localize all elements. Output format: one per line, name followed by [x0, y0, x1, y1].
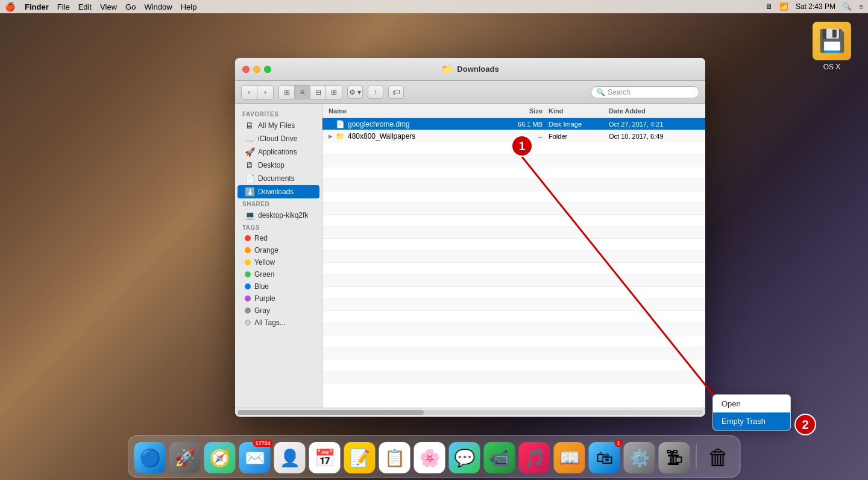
sidebar-tag-purple[interactable]: Purple — [237, 292, 319, 305]
dock-finder[interactable]: 🔵 — [134, 442, 166, 473]
purple-tag-dot — [245, 295, 251, 302]
empty-row — [322, 203, 705, 215]
column-view-button[interactable]: ⊟ — [310, 86, 326, 99]
dock-books[interactable]: 📖 — [554, 442, 585, 473]
ctx-open[interactable]: Open — [713, 395, 790, 412]
safari-dock-icon: 🧭 — [209, 448, 230, 468]
sidebar-item-label: iCloud Drive — [258, 134, 297, 143]
file-name: googlechrome.dmg — [348, 120, 494, 128]
empty-row — [322, 215, 705, 227]
dock-notes[interactable]: 📝 — [344, 442, 376, 473]
icloud-icon: ☁️ — [245, 134, 254, 144]
scrollbar-thumb[interactable] — [237, 410, 424, 415]
sidebar-tag-orange[interactable]: Orange — [237, 244, 319, 256]
share-button[interactable]: ↑ — [368, 86, 383, 99]
forward-button[interactable]: › — [257, 86, 273, 99]
dock-mail[interactable]: ✉️ 17724 — [239, 442, 271, 473]
empty-row — [322, 191, 705, 203]
finder-toolbar: ‹ › ⊞ ≡ ⊟ ⊞ ⚙ ▾ ↑ 🏷 🔍 Search — [235, 81, 705, 104]
sidebar-tag-green[interactable]: Green — [237, 268, 319, 280]
sidebar-item-icloud-drive[interactable]: ☁️ iCloud Drive — [237, 132, 319, 145]
file-kind: Disk Image — [542, 121, 603, 128]
dock-launchpad[interactable]: 🚀 — [169, 442, 201, 473]
col-name-header[interactable]: Name — [329, 107, 494, 115]
icon-view-button[interactable]: ⊞ — [279, 86, 295, 99]
col-kind-header[interactable]: Kind — [542, 107, 603, 115]
expand-arrow[interactable]: ▶ — [329, 133, 336, 139]
dock-trash[interactable]: 🗑 — [703, 442, 734, 473]
sidebar-tag-yellow[interactable]: Yellow — [237, 256, 319, 268]
step-1-label: 1 — [518, 139, 525, 153]
tags-label: Tags — [235, 222, 322, 232]
osx-drive[interactable]: 💾 OS X — [813, 22, 851, 71]
empty-row — [322, 154, 705, 166]
apple-menu[interactable]: 🍎 — [5, 2, 15, 11]
minimize-button[interactable] — [253, 66, 260, 73]
file-name: 480x800_Wallpapers — [348, 132, 494, 141]
menu-help[interactable]: Help — [181, 2, 197, 11]
tag-label: All Tags... — [254, 318, 286, 327]
finder-window-title: Downloads — [457, 65, 498, 74]
dock-messages[interactable]: 💬 — [449, 442, 480, 473]
dock-reminders[interactable]: 📋 — [379, 442, 410, 473]
sidebar-item-all-my-files[interactable]: 🖥 All My Files — [237, 119, 319, 132]
menu-view[interactable]: View — [100, 2, 117, 11]
dock-photos[interactable]: 🌸 — [414, 442, 445, 473]
finder-scrollbar[interactable] — [235, 408, 705, 417]
documents-icon: 📄 — [245, 174, 254, 183]
dock-safari[interactable]: 🧭 — [204, 442, 236, 473]
calendar-dock-icon: 📅 — [314, 448, 335, 468]
dock-system-prefs[interactable]: ⚙️ — [624, 442, 655, 473]
sidebar-item-downloads[interactable]: ⬇️ Downloads — [237, 185, 319, 198]
green-tag-dot — [245, 271, 251, 277]
sidebar-item-label: Downloads — [258, 188, 294, 196]
maximize-button[interactable] — [264, 66, 271, 73]
sidebar-tag-gray[interactable]: Gray — [237, 305, 319, 317]
shared-computer-icon: 💻 — [245, 210, 254, 220]
dock-appstore[interactable]: 🛍 1 — [589, 442, 620, 473]
sidebar-tag-red[interactable]: Red — [237, 232, 319, 244]
view-buttons: ⊞ ≡ ⊟ ⊞ — [278, 85, 342, 99]
tag-label: Purple — [254, 294, 275, 303]
menu-go[interactable]: Go — [125, 2, 136, 11]
dock-music[interactable]: 🎵 — [519, 442, 550, 473]
menu-finder[interactable]: Finder — [25, 2, 49, 11]
action-button[interactable]: ⚙ ▾ — [347, 86, 363, 99]
menu-window[interactable]: Window — [144, 2, 172, 11]
menu-edit[interactable]: Edit — [78, 2, 92, 11]
sidebar-tag-blue[interactable]: Blue — [237, 280, 319, 292]
cover-flow-button[interactable]: ⊞ — [326, 86, 342, 99]
step-1-circle: 1 — [511, 135, 533, 157]
file-row-chrome[interactable]: 📄 googlechrome.dmg 66.1 MB Disk Image Oc… — [322, 118, 705, 130]
blue-tag-dot — [245, 283, 251, 289]
empty-row — [322, 227, 705, 239]
back-button[interactable]: ‹ — [242, 86, 257, 99]
sidebar-tag-all[interactable]: All Tags... — [237, 317, 319, 329]
close-button[interactable] — [242, 66, 250, 73]
dock-contacts[interactable]: 👤 — [274, 442, 306, 473]
sidebar-item-applications[interactable]: 🚀 Applications — [237, 145, 319, 159]
tag-label: Gray — [254, 306, 270, 315]
dmg-icon: 📄 — [336, 120, 345, 128]
sidebar-item-desktop-shared[interactable]: 💻 desktop-kikq2fk — [237, 209, 319, 222]
menu-file[interactable]: File — [57, 2, 70, 11]
menubar-time: Sat 2:43 PM — [796, 2, 835, 11]
desktop: 🍎 Finder File Edit View Go Window Help 🖥… — [0, 0, 868, 480]
dock-archive-utility[interactable]: 🗜 — [659, 442, 690, 473]
list-view-button[interactable]: ≡ — [295, 86, 310, 99]
finder-titlebar: 📁 Downloads — [235, 58, 705, 81]
tag-label: Red — [254, 234, 268, 242]
ctx-empty-trash[interactable]: Empty Trash — [713, 412, 790, 430]
sidebar-item-documents[interactable]: 📄 Documents — [237, 172, 319, 185]
tag-label: Orange — [254, 246, 278, 254]
tag-button[interactable]: 🏷 — [388, 86, 404, 99]
dock-facetime[interactable]: 📹 — [484, 442, 515, 473]
menubar-search-icon[interactable]: 🔍 — [843, 2, 852, 11]
col-date-header[interactable]: Date Added — [603, 107, 699, 115]
sidebar-item-desktop[interactable]: 🖥 Desktop — [237, 159, 319, 172]
search-box[interactable]: 🔍 Search — [591, 86, 699, 98]
scrollbar-track[interactable] — [237, 410, 703, 415]
menubar-list-icon[interactable]: ≡ — [859, 2, 863, 11]
col-size-header[interactable]: Size — [494, 107, 542, 115]
dock-calendar[interactable]: 📅 — [309, 442, 341, 473]
